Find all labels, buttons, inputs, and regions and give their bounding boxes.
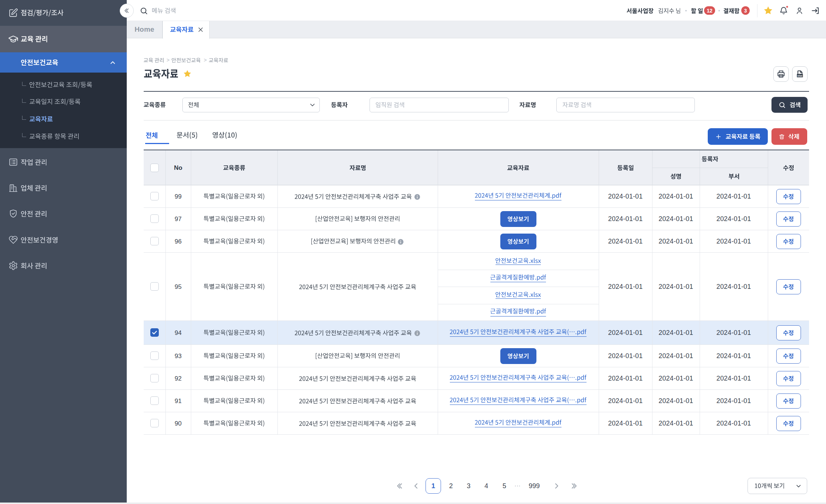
svg-text:xlsx: xlsx: [797, 74, 802, 77]
